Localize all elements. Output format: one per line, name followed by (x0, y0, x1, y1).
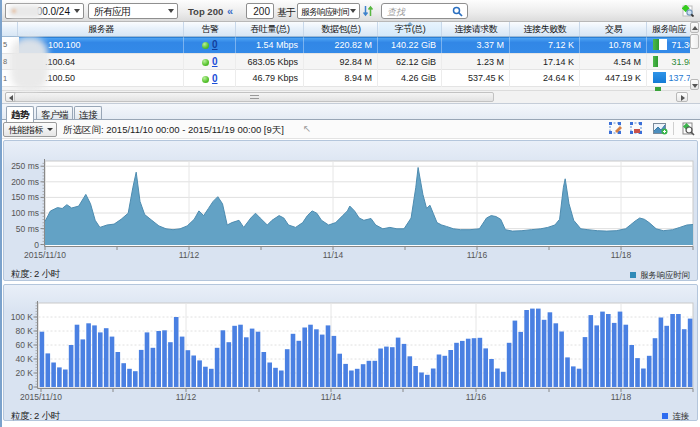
svg-text:0: 0 (28, 382, 33, 392)
svg-text:2015/11/10: 2015/11/10 (24, 250, 66, 260)
svg-text:11/12: 11/12 (179, 250, 200, 260)
svg-text:11/12: 11/12 (176, 392, 197, 402)
svg-text:11/18: 11/18 (611, 250, 632, 260)
svg-text:11/16: 11/16 (467, 250, 488, 260)
svg-text:20 K: 20 K (16, 368, 34, 378)
svg-text:11/14: 11/14 (323, 250, 344, 260)
svg-text:80 K: 80 K (16, 326, 34, 336)
svg-text:0: 0 (34, 240, 39, 250)
svg-text:100 ms: 100 ms (11, 208, 39, 218)
svg-text:11/14: 11/14 (321, 392, 342, 402)
svg-text:11/16: 11/16 (466, 392, 487, 402)
svg-text:100 K: 100 K (11, 312, 34, 322)
svg-text:60 K: 60 K (16, 340, 34, 350)
svg-text:40 K: 40 K (16, 354, 34, 364)
svg-text:150 ms: 150 ms (11, 192, 39, 202)
svg-text:200 ms: 200 ms (11, 177, 39, 187)
svg-text:11/18: 11/18 (611, 392, 632, 402)
svg-text:50 ms: 50 ms (16, 224, 39, 234)
svg-text:2015/11/10: 2015/11/10 (20, 392, 62, 402)
svg-text:250 ms: 250 ms (11, 161, 39, 171)
